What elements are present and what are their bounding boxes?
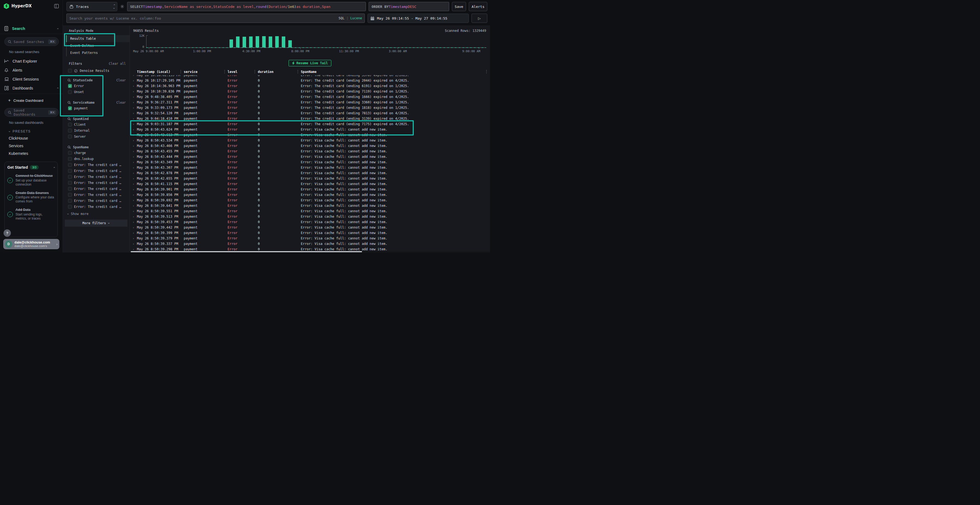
user-menu[interactable]: D dale@clickhouse.com dale@clickhouse.co… [3, 239, 59, 249]
preset-kubernetes[interactable]: Kubernetes [0, 150, 63, 157]
clear-servicename-button[interactable]: Clear [116, 101, 126, 105]
filter-spanname-error-the-credit-card[interactable]: Error: The credit card … [63, 180, 130, 186]
table-row[interactable]: ›May 26 9:04:18.410 PMpaymentError0Error… [130, 116, 490, 121]
help-button[interactable]: ? [3, 229, 11, 237]
source-settings-gear-icon[interactable] [120, 4, 124, 9]
get-started-item-create-data-sources[interactable]: ✓Create Data SourcesConfigure where your… [7, 191, 55, 204]
filter-spankind-client[interactable]: Client [63, 122, 130, 128]
filter-spanname-error-the-credit-card[interactable]: Error: The credit card … [63, 162, 130, 168]
sidebar-item-chart-explorer[interactable]: Chart Explorer [0, 57, 63, 65]
table-row[interactable]: ›May 26 8:50:39.379 PMpaymentError0Error… [130, 236, 490, 241]
table-row[interactable]: ›May 26 10:18:02.155 PMpaymentError0Erro… [130, 75, 490, 78]
filter-spankind-server[interactable]: Server [63, 133, 130, 140]
table-row[interactable]: ›May 26 8:50:43.624 PMpaymentError0Error… [130, 127, 490, 132]
table-row[interactable]: ›May 26 8:50:42.655 PMpaymentError0Error… [130, 176, 490, 181]
table-row[interactable]: ›May 26 9:36:27.311 PMpaymentError0Error… [130, 100, 490, 105]
filter-spanname-error-the-credit-card[interactable]: Error: The credit card … [63, 198, 130, 204]
save-button[interactable]: Save [452, 2, 466, 11]
analysis-mode-event-patterns[interactable]: Event Patterns [66, 49, 130, 56]
source-select[interactable]: Traces ›› [67, 2, 117, 11]
filter-spanname-error-the-credit-card[interactable]: Error: The credit card … [63, 186, 130, 192]
analysis-mode-event-deltas[interactable]: Event Deltas [66, 42, 130, 49]
filter-spanname-error-the-credit-card[interactable]: Error: The credit card … [63, 204, 130, 210]
filter-spanname-charge[interactable]: charge [63, 150, 130, 156]
table-row[interactable]: ›May 26 8:50:43.466 PMpaymentError0Error… [130, 143, 490, 149]
alerts-button[interactable]: Alerts [469, 2, 487, 11]
saved-searches-input[interactable]: Saved Searches ⌘K [4, 37, 59, 46]
get-started-item-connect-to-clickhouse[interactable]: ✓Connect to ClickHouseSet up your databa… [7, 174, 55, 187]
table-row[interactable]: ›May 26 9:32:54.120 PMpaymentError0Error… [130, 110, 490, 116]
table-row[interactable]: ›May 26 8:50:43.349 PMpaymentError0Error… [130, 159, 490, 165]
horizontal-scrollbar[interactable] [130, 251, 490, 252]
table-row[interactable]: ›May 26 8:50:39.442 PMpaymentError0Error… [130, 225, 490, 230]
column-header-service[interactable]: service [184, 68, 228, 75]
table-row[interactable]: ›May 26 8:50:39.337 PMpaymentError0Error… [130, 241, 490, 246]
table-row[interactable]: ›May 26 8:50:39.399 PMpaymentError0Error… [130, 230, 490, 236]
table-row[interactable]: ›May 26 8:50:39.856 PMpaymentError0Error… [130, 192, 490, 197]
column-header-level[interactable]: level [228, 68, 258, 75]
row-expand-icon: › [130, 242, 137, 246]
sidebar-item-alerts[interactable]: Alerts [0, 65, 63, 75]
filter-spanname-error-the-credit-card[interactable]: Error: The credit card … [63, 192, 130, 198]
clear-all-button[interactable]: Clear all [109, 62, 126, 65]
more-filters-button[interactable]: More filters › [65, 219, 127, 227]
lucene-mode-button[interactable]: Lucene [350, 16, 362, 20]
denoise-results-checkbox[interactable]: Denoise Results [68, 69, 130, 73]
filter-statuscode-unset[interactable]: Unset [63, 89, 130, 95]
column-resize-handle[interactable] [486, 70, 487, 73]
scrollbar-thumb[interactable] [130, 251, 362, 252]
resume-live-tail-button[interactable]: Resume Live Tail [288, 60, 332, 67]
run-query-button[interactable]: ▷ [471, 14, 487, 23]
column-header-timestamp[interactable]: Timestamp (Local) [137, 68, 184, 75]
order-by-input[interactable]: ORDER BY Timestamp DESC [369, 2, 449, 11]
table-row[interactable]: ›May 26 9:48:38.405 PMpaymentError0Error… [130, 94, 490, 100]
filter-spanname-dns-lookup[interactable]: dns.lookup [63, 156, 130, 162]
sidebar-item-search[interactable]: Search › [0, 24, 63, 34]
sidebar-item-dashboards[interactable]: Dashboards› [0, 84, 63, 92]
filter-spankind-internal[interactable]: Internal [63, 128, 130, 133]
results-histogram[interactable]: 12K 0 May 26 9:00:00 AM1:00:00 PM4:30:00… [133, 35, 486, 53]
sidebar-collapse-icon[interactable] [54, 4, 59, 8]
table-row[interactable]: ›May 26 10:14:36.963 PMpaymentError0Erro… [130, 83, 490, 89]
table-row[interactable]: ›May 26 8:50:43.534 PMpaymentError0Error… [130, 138, 490, 143]
table-row[interactable]: ›May 26 8:50:43.613 PMpaymentError0Error… [130, 132, 490, 138]
create-dashboard-button[interactable]: + Create Dashboard [0, 96, 63, 105]
table-row[interactable]: ›May 26 9:03:31.187 PMpaymentError0Error… [130, 121, 490, 127]
clear-statuscode-button[interactable]: Clear [116, 78, 126, 82]
column-header-duration[interactable]: duration [258, 68, 301, 75]
table-row[interactable]: ›May 26 8:50:39.692 PMpaymentError0Error… [130, 197, 490, 203]
table-row[interactable]: ›May 26 8:50:39.901 PMpaymentError0Error… [130, 187, 490, 192]
table-row[interactable]: ›May 26 8:50:43.307 PMpaymentError0Error… [130, 165, 490, 170]
table-row[interactable]: ›May 26 8:50:43.444 PMpaymentError0Error… [130, 154, 490, 159]
preset-clickhouse[interactable]: ClickHouse [0, 134, 63, 142]
table-row[interactable]: ›May 26 8:50:42.878 PMpaymentError0Error… [130, 170, 490, 176]
filter-spanname-error-the-credit-card[interactable]: Error: The credit card … [63, 168, 130, 174]
table-row[interactable]: ›May 26 9:33:09.173 PMpaymentError0Error… [130, 105, 490, 110]
event-search-input[interactable] [67, 14, 365, 23]
presets-toggle[interactable]: › PRESETS [9, 130, 63, 133]
table-row[interactable]: ›May 26 10:17:29.105 PMpaymentError0Erro… [130, 78, 490, 83]
table-row[interactable]: ›May 26 8:50:43.455 PMpaymentError0Error… [130, 149, 490, 154]
x-axis-tick-label: 8:00:00 PM [291, 49, 309, 53]
chevron-up-icon[interactable]: › [52, 167, 56, 168]
saved-dashboards-input[interactable]: Saved Dashboards ⌘K [4, 108, 59, 117]
table-row[interactable]: ›May 26 8:50:41.115 PMpaymentError0Error… [130, 181, 490, 187]
analysis-mode-results-table[interactable]: Results Table [66, 35, 130, 42]
filter-spanname-error-the-credit-card[interactable]: Error: The credit card … [63, 174, 130, 180]
sidebar-item-client-sessions[interactable]: Client Sessions [0, 75, 63, 84]
sql-mode-button[interactable]: SQL [339, 16, 345, 20]
table-row[interactable]: ›May 26 8:50:39.641 PMpaymentError0Error… [130, 203, 490, 208]
sql-select-input[interactable]: SELECT Timestamp, ServiceName as service… [127, 2, 366, 11]
table-row[interactable]: ›May 26 8:50:39.453 PMpaymentError0Error… [130, 219, 490, 225]
show-more-button[interactable]: › Show more [67, 212, 130, 216]
get-started-item-add-data[interactable]: ✓Add DataStart sending logs, metrics, or… [7, 208, 55, 221]
table-row[interactable]: ›May 26 8:50:39.513 PMpaymentError0Error… [130, 214, 490, 219]
date-range-picker[interactable]: May 26 09:14:55 - May 27 09:14:55 [368, 14, 469, 23]
table-row[interactable]: ›May 26 8:50:39.551 PMpaymentError0Error… [130, 208, 490, 214]
preset-services[interactable]: Services [0, 142, 63, 150]
column-header-spanname[interactable]: SpanName [301, 68, 490, 75]
table-row[interactable]: ›May 26 10:10:39.836 PMpaymentError0Erro… [130, 89, 490, 94]
filter-servicename-payment[interactable]: ✓payment [63, 105, 130, 111]
checkbox: ✓ [68, 106, 72, 110]
filter-statuscode-error[interactable]: ✓Error [63, 83, 130, 89]
